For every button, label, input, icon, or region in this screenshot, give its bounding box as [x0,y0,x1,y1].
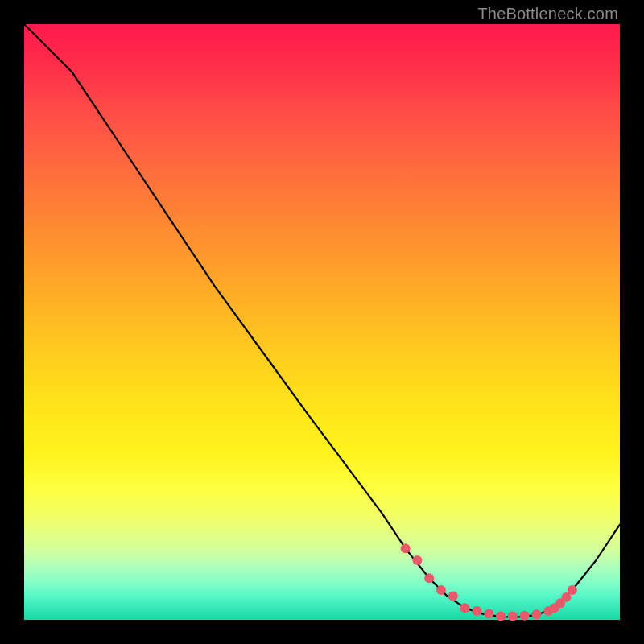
optimum-marker [412,555,422,565]
optimum-markers [401,543,577,621]
optimum-marker [448,591,458,601]
optimum-marker [508,612,518,621]
line-chart-svg [24,24,620,620]
bottleneck-curve [24,24,620,617]
chart-frame: TheBottleneck.com [0,0,644,644]
optimum-marker [520,611,530,621]
optimum-marker [460,603,470,613]
optimum-marker [401,543,411,553]
optimum-marker [484,609,493,619]
optimum-marker [531,609,541,619]
optimum-marker [568,585,577,595]
optimum-marker [472,606,481,616]
watermark-text: TheBottleneck.com [477,5,618,23]
optimum-marker [436,585,446,595]
gradient-background [24,24,620,620]
optimum-marker [424,573,434,583]
optimum-marker [496,612,506,621]
